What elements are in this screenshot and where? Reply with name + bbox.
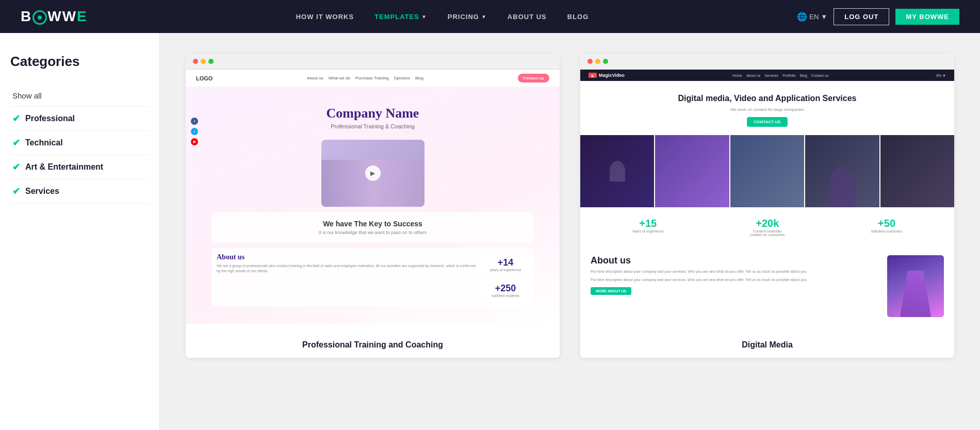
nav-about-us[interactable]: ABOUT US: [508, 13, 547, 21]
tpl1-subtitle: Professional Training & Coaching: [211, 123, 534, 129]
tpl2-navbar: MagicVideo Home About us Services Portfo…: [580, 70, 954, 81]
tpl2-photo-1: [580, 135, 654, 207]
navbar-right: 🌐 EN ▼ LOG OUT MY BOWWE: [797, 8, 959, 25]
twitter-icon: t: [191, 128, 198, 135]
tpl2-content-num: +20k: [747, 218, 788, 229]
tpl1-video-bg: ▶: [321, 140, 424, 207]
tpl2-about-text-block: About us Put here description about your…: [591, 255, 879, 295]
chrome-dot-yellow-2: [595, 59, 600, 64]
art-entertainment-label: Art & Entertainment: [25, 162, 103, 172]
tpl1-about: About us We are a group of professionals…: [211, 248, 534, 307]
window-chrome-1: [186, 54, 560, 70]
tpl2-hero-sub: We work on content for large companies: [601, 107, 934, 112]
tpl2-photo-3: [730, 135, 804, 207]
tpl1-body: LOGO About us What we do Purchase Traini…: [186, 70, 560, 324]
check-icon-services: ✔: [12, 186, 20, 197]
content-area: LOGO About us What we do Purchase Traini…: [160, 33, 980, 430]
tpl2-body: MagicVideo Home About us Services Portfo…: [580, 70, 954, 325]
tpl2-experience-label: Years of experience: [632, 229, 664, 233]
tpl1-students-label: satisfied students: [488, 294, 522, 297]
tpl1-company-name: Company Name: [211, 105, 534, 121]
tpl1-cta-btn: Contact us: [518, 74, 549, 82]
logo[interactable]: BWWE: [21, 8, 88, 25]
template-card-1[interactable]: LOGO About us What we do Purchase Traini…: [186, 54, 560, 358]
sidebar-item-services[interactable]: ✔ Services: [10, 179, 149, 204]
tpl2-photos-strip: [580, 135, 954, 207]
tpl1-navbar: LOGO About us What we do Purchase Traini…: [186, 70, 560, 87]
sidebar-item-art-entertainment[interactable]: ✔ Art & Entertainment: [10, 155, 149, 179]
language-selector[interactable]: 🌐 EN ▼: [797, 12, 827, 22]
tpl2-hero-title: Digital media, Video and Application Ser…: [601, 93, 934, 104]
mybowwe-button[interactable]: MY BOWWE: [895, 9, 959, 25]
sidebar-item-show-all[interactable]: Show all: [10, 85, 149, 107]
tpl2-experience-num: +15: [632, 218, 664, 229]
tpl2-customers-num: +50: [871, 218, 903, 229]
tpl1-experience-num: +14: [488, 257, 522, 268]
tpl2-about-btn: MORE ABOUT US: [591, 287, 631, 295]
show-all-label: Show all: [12, 91, 42, 100]
tpl1-section2: We have The Key to Success It is our kno…: [211, 212, 534, 243]
youtube-icon: ▶: [191, 138, 198, 145]
nav-templates[interactable]: TEMPLATES ▼: [374, 13, 427, 21]
tpl2-lang: EN ▼: [936, 74, 946, 77]
tpl2-photo-2: [655, 135, 729, 207]
facebook-icon: f: [191, 118, 198, 125]
tpl2-about-title: About us: [591, 255, 879, 266]
professional-label: Professional: [25, 114, 75, 123]
check-icon-professional: ✔: [12, 113, 20, 124]
logout-button[interactable]: LOG OUT: [834, 8, 889, 25]
chrome-dot-red-2: [587, 59, 593, 64]
tpl2-photo-5: [880, 135, 954, 207]
lang-arrow-icon: ▼: [821, 13, 827, 21]
chrome-dot-green-1: [208, 59, 214, 64]
tpl1-key-success-text: It is our knowledge that we want to pass…: [222, 230, 524, 235]
chrome-dot-red-1: [193, 59, 198, 64]
tpl1-social-icons: f t ▶: [191, 118, 198, 145]
tpl2-stats-row: +15 Years of experience +20k Content mat…: [580, 207, 954, 247]
templates-grid: LOGO About us What we do Purchase Traini…: [186, 54, 954, 358]
templates-arrow-icon: ▼: [421, 14, 427, 20]
nav-blog[interactable]: BLOG: [567, 13, 589, 21]
chrome-dot-yellow-1: [201, 59, 206, 64]
tpl1-play-btn: ▶: [365, 166, 381, 181]
sidebar: Categories Show all ✔ Professional ✔ Tec…: [0, 33, 160, 430]
tpl2-logo-icon: [589, 73, 597, 78]
pricing-arrow-icon: ▼: [481, 14, 487, 20]
check-icon-art: ✔: [12, 161, 20, 173]
sidebar-item-professional[interactable]: ✔ Professional: [10, 107, 149, 131]
tpl2-person-silhouette: [900, 271, 931, 317]
tpl2-about-image-inner: [887, 255, 944, 317]
nav-pricing[interactable]: PRICING ▼: [448, 13, 487, 21]
check-icon-technical: ✔: [12, 137, 20, 148]
tpl2-nav: Home About us Services Portfolio Blog Co…: [732, 74, 828, 77]
main-container: Categories Show all ✔ Professional ✔ Tec…: [0, 33, 980, 430]
services-label: Services: [25, 187, 59, 196]
nav-menu: HOW IT WORKS TEMPLATES ▼ PRICING ▼ ABOUT…: [296, 13, 589, 21]
chrome-dot-green-2: [603, 59, 608, 64]
tpl1-stats-experience: +14 years of experience: [482, 253, 529, 276]
sidebar-item-technical[interactable]: ✔ Technical: [10, 131, 149, 155]
window-chrome-2: [580, 54, 954, 70]
tpl1-about-text: We are a group of professionals who cond…: [217, 263, 477, 274]
tpl1-stats-students: +250 satisfied students: [482, 279, 529, 302]
tpl2-stat-customers: +50 Satisfied customers: [871, 218, 903, 237]
tpl2-about-image: [887, 255, 944, 317]
nav-how-it-works[interactable]: HOW IT WORKS: [296, 13, 354, 21]
tpl2-logo: MagicVideo: [589, 73, 625, 78]
tpl2-about-p2: Put here description about your company …: [591, 277, 879, 283]
tpl2-stat-content: +20k Content materials created for custo…: [747, 218, 788, 237]
tpl1-hero-text: Company Name Professional Training & Coa…: [201, 95, 544, 135]
template-card-2[interactable]: MagicVideo Home About us Services Portfo…: [580, 54, 954, 358]
template-1-label: Professional Training and Coaching: [186, 332, 560, 358]
tpl1-logo: LOGO: [196, 75, 213, 81]
globe-icon: 🌐: [797, 12, 807, 22]
tpl1-nav: About us What we do Purchase Training Op…: [307, 76, 423, 80]
tpl2-customers-label: Satisfied customers: [871, 229, 903, 233]
categories-title: Categories: [10, 54, 149, 70]
technical-label: Technical: [25, 138, 63, 147]
navbar: BWWE HOW IT WORKS TEMPLATES ▼ PRICING ▼ …: [0, 0, 980, 33]
tpl1-experience-label: years of experience: [488, 268, 522, 272]
tpl2-stat-experience: +15 Years of experience: [632, 218, 664, 237]
tpl1-students-num: +250: [488, 283, 522, 294]
tpl1-key-success-title: We have The Key to Success: [222, 220, 524, 228]
